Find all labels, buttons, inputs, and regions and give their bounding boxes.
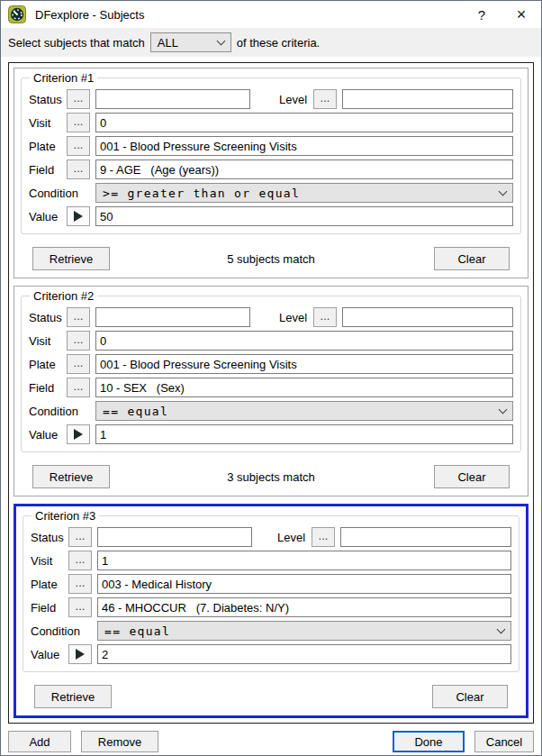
criterion-title: Criterion #1 [30,71,97,85]
match-mode-select[interactable]: ALL [150,32,231,52]
clear-button[interactable]: Clear [434,247,510,270]
condition-label: Condition [29,405,95,418]
value-row: Value [29,206,513,226]
value-input[interactable] [95,424,513,444]
retrieve-button[interactable]: Retrieve [32,465,110,488]
value-arrow-icon [76,649,85,660]
condition-select[interactable]: == equal [95,401,513,421]
clear-button[interactable]: Clear [434,465,510,488]
criterion-actions: Retrieve 5 subjects match Clear [22,240,520,270]
cancel-button[interactable]: Cancel [474,731,534,752]
close-button[interactable]: × [501,1,541,28]
field-input[interactable] [97,597,511,617]
value-input[interactable] [97,644,511,664]
criterion-panel: Criterion #2 Status ... Level ... Visit … [14,286,528,496]
help-button[interactable]: ? [462,1,501,28]
status-ellipsis-button[interactable]: ... [67,89,90,109]
condition-value: >= greater than or equal [103,187,300,200]
criterion-actions: Retrieve Clear [23,678,519,708]
level-input[interactable] [340,527,511,547]
chevron-down-icon [216,36,225,45]
status-row: Status ... Level ... [29,307,513,327]
done-button[interactable]: Done [393,731,465,752]
remove-button[interactable]: Remove [81,731,158,752]
criterion-actions: Retrieve 3 subjects match Clear [22,458,520,488]
visit-label: Visit [29,334,67,348]
criterion-groupbox: Criterion #3 Status ... Level ... Visit … [23,515,519,672]
condition-row: Condition == equal [31,621,511,641]
field-label: Field [29,381,67,395]
field-input[interactable] [95,159,513,179]
status-input[interactable] [95,307,250,327]
visit-ellipsis-button[interactable]: ... [67,331,90,351]
level-ellipsis-button[interactable]: ... [313,307,337,327]
visit-row: Visit ... [29,113,513,132]
chevron-down-icon [499,405,508,414]
condition-row: Condition >= greater than or equal [29,183,513,203]
status-input[interactable] [95,89,250,109]
field-label: Field [31,601,68,615]
plate-input[interactable] [95,354,513,374]
value-arrow-button[interactable] [67,424,90,444]
value-row: Value [31,644,511,664]
field-ellipsis-button[interactable]: ... [67,159,90,179]
dialog-window: DFexplore - Subjects ? × Select subjects… [0,0,542,756]
visit-input[interactable] [97,551,511,570]
level-input[interactable] [342,307,513,327]
level-ellipsis-button[interactable]: ... [313,89,337,109]
match-mode-prefix-label: Select subjects that match [8,36,145,50]
condition-label: Condition [31,624,97,638]
plate-input[interactable] [97,574,511,594]
field-row: Field ... [29,378,513,397]
plate-label: Plate [29,140,67,153]
level-ellipsis-button[interactable]: ... [312,527,335,547]
retrieve-button[interactable]: Retrieve [34,685,112,708]
visit-ellipsis-button[interactable]: ... [68,551,92,570]
condition-label: Condition [29,187,95,200]
level-label: Level [279,93,313,106]
plate-row: Plate ... [31,574,511,594]
status-row: Status ... Level ... [31,527,511,547]
value-label: Value [29,210,67,223]
status-ellipsis-button[interactable]: ... [67,307,90,327]
visit-input[interactable] [95,331,513,351]
condition-select[interactable]: == equal [97,621,511,641]
retrieve-button[interactable]: Retrieve [32,247,110,270]
visit-row: Visit ... [31,551,511,570]
value-input[interactable] [95,206,513,226]
clear-button[interactable]: Clear [432,685,508,708]
match-mode-bar: Select subjects that match ALL of these … [1,28,541,57]
plate-label: Plate [29,358,67,371]
add-button[interactable]: Add [8,731,71,752]
value-label: Value [31,648,68,661]
value-arrow-icon [74,211,83,222]
plate-ellipsis-button[interactable]: ... [67,136,90,156]
visit-label: Visit [29,116,67,130]
field-ellipsis-button[interactable]: ... [68,597,92,617]
field-input[interactable] [95,378,513,397]
status-ellipsis-button[interactable]: ... [68,527,92,547]
status-row: Status ... Level ... [29,89,513,109]
value-arrow-icon [74,429,83,440]
plate-row: Plate ... [29,354,513,374]
field-row: Field ... [29,159,513,179]
titlebar-buttons: ? × [462,1,541,28]
plate-ellipsis-button[interactable]: ... [67,354,90,374]
condition-select[interactable]: >= greater than or equal [95,183,513,203]
criterion-groupbox: Criterion #1 Status ... Level ... Visit … [21,77,521,234]
footer-bar: Add Remove Done Cancel [8,731,534,752]
field-label: Field [29,163,67,177]
level-input[interactable] [342,89,513,109]
plate-input[interactable] [95,136,513,156]
visit-ellipsis-button[interactable]: ... [67,113,90,132]
status-input[interactable] [97,527,252,547]
chevron-down-icon [499,187,508,196]
match-mode-value: ALL [158,36,178,50]
value-arrow-button[interactable] [67,206,90,226]
plate-ellipsis-button[interactable]: ... [68,574,92,594]
value-row: Value [29,424,513,444]
field-ellipsis-button[interactable]: ... [67,378,90,397]
visit-input[interactable] [95,113,513,132]
status-label: Status [29,93,67,106]
value-arrow-button[interactable] [68,644,92,664]
